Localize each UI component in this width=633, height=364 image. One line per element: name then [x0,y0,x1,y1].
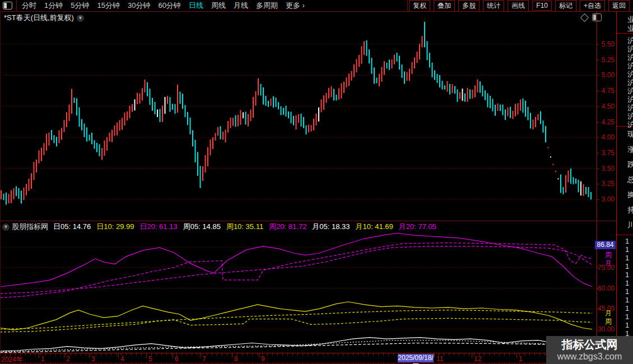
menu-item-更多 ›[interactable]: 更多 › [282,1,309,11]
price-label-3.50: 3.50 [597,165,615,172]
toolbar-button-画线[interactable]: 画线 [508,0,529,12]
month-label-8: 8 [234,355,238,363]
menu-item-分时[interactable]: 分时 [18,1,40,11]
menu-item-月线[interactable]: 月线 [230,1,252,11]
indicator-name: 股朋指标网 [12,222,48,232]
toolbar-button-统计[interactable]: 统计 [483,0,504,12]
month-label-6: 6 [175,355,179,363]
pane-corner-icons [581,13,602,21]
month-tick [516,353,517,358]
sliver-fragment: 1 [625,321,629,329]
panel-split-icon[interactable] [592,13,602,21]
menu-item-60分钟[interactable]: 60分钟 [154,1,184,11]
sliver-fragment: 业 [627,25,633,32]
toolbar-divider [407,0,408,12]
time-axis[interactable]: 2024年 2025/09/18/四 12345678911121 [0,353,633,363]
price-label-5.00: 5.00 [597,72,615,78]
month-tick [39,353,39,358]
sliver-fragment: 跌 [627,161,633,168]
sliver-fragment: 川 [627,221,633,228]
right-panel-sliver[interactable]: 业业沪沪沪沪沪沪沪沪沪沪沪现涨跌总换持川111111111111自交 [617,12,633,364]
sliver-fragment: 沪 [627,79,633,86]
axis-tick [597,184,599,184]
menu-item-5分钟[interactable]: 5分钟 [67,1,93,11]
sliver-fragment: 1 [625,288,629,295]
indicator-pane[interactable] [0,232,597,353]
year-label: 2024年 [1,355,23,364]
chevron-down-icon[interactable]: ▼ [77,15,84,22]
sliver-fragment: 涨 [627,146,633,153]
month-tick [64,353,64,358]
sliver-fragment: 沪 [627,62,633,69]
diamond-icon[interactable] [580,13,589,22]
sliver-fragment: 沪 [627,96,633,103]
month-label-3: 3 [91,355,95,363]
sliver-fragment: 1 [625,263,629,270]
toolbar-menu: 分时1分钟5分钟15分钟30分钟60分钟日线周线月线多周期更多 › [18,1,309,11]
sliver-fragment: 1 [625,296,629,304]
month-label-1: 1 [41,355,45,363]
axis-tick [597,137,599,138]
toolbar-button-复权[interactable]: 复权 [409,0,430,12]
month-label-1: 1 [519,355,523,363]
month-tick [259,353,259,358]
toolbar-button-F10[interactable]: F10 [532,1,552,11]
month-tick [118,353,119,358]
crosshair-date-label: 2025/09/18/四 [398,354,434,362]
toolbar-divider [16,0,17,12]
menu-item-周线[interactable]: 周线 [207,1,230,11]
top-toolbar: 分时1分钟5分钟15分钟30分钟60分钟日线周线月线多周期更多 › 复权叠加多股… [0,0,633,12]
sliver-fragment: 1 [625,305,629,312]
toolbar-button-+自选[interactable]: +自选 [580,0,605,12]
sliver-separator [617,33,633,34]
axis-tick [597,75,599,76]
sliver-fragment: 沪 [627,71,633,78]
axis-tick [597,91,599,91]
price-label-5.25: 5.25 [597,57,615,63]
sliver-fragment: 1 [625,237,629,245]
sliver-fragment: 持 [627,206,633,213]
sliver-fragment: 沪 [627,121,633,128]
axis-tick [597,309,599,309]
site-watermark: 指标公式网 www.zbgs3.com [546,336,633,364]
sliver-fragment: 沪 [627,87,633,95]
month-tick [434,353,435,358]
sliver-fragment: 沪 [627,104,633,111]
watermark-title: 指标公式网 [562,338,618,351]
indicator-value: 周20: 81.72 [269,222,306,232]
axis-tick [597,268,599,268]
indicator-header: ▼ 股朋指标网 日05: 14.76日10: 29.99日20: 61.13周0… [2,222,436,231]
menu-item-30分钟[interactable]: 30分钟 [124,1,154,11]
indicator-value: 月20: 77.05 [399,222,436,232]
menu-item-15分钟[interactable]: 15分钟 [93,1,123,11]
month-label-11: 11 [436,355,443,363]
indicator-value: 月10: 41.69 [356,222,393,232]
axis-tick [597,60,599,60]
line-end-tag-月: 月 [605,310,612,317]
toolbar-button-叠加[interactable]: 叠加 [434,0,455,12]
axis-tick [597,122,599,123]
month-label-4: 4 [120,355,124,363]
sliver-fragment: 总 [627,176,633,183]
toolbar-button-标记[interactable]: 标记 [555,0,576,12]
toolbar-button-返回[interactable]: 返回 [608,0,630,12]
price-label-4.25: 4.25 [597,119,615,125]
chevron-down-icon[interactable]: ▼ [2,223,10,231]
toolbar-button-多股[interactable]: 多股 [458,0,480,12]
indicator-source: ▼ 股朋指标网 [2,222,48,232]
panel-toggle-icon[interactable] [3,2,12,10]
sliver-fragment: 沪 [627,45,633,53]
indicator-line-日20 [0,234,592,287]
month-label-12: 12 [474,355,481,363]
indicator-line-月10 [0,310,592,329]
menu-item-多周期[interactable]: 多周期 [252,1,282,11]
main-candle-pane[interactable] [0,12,597,221]
menu-item-日线[interactable]: 日线 [185,1,207,11]
pane-divider [0,221,616,221]
axis-tick [597,44,599,45]
sliver-fragment: 1 [625,254,629,262]
menu-item-1分钟[interactable]: 1分钟 [40,1,67,11]
sliver-fragment: 业 [627,16,633,23]
axis-tick [597,153,599,153]
price-label-4.50: 4.50 [597,103,615,110]
